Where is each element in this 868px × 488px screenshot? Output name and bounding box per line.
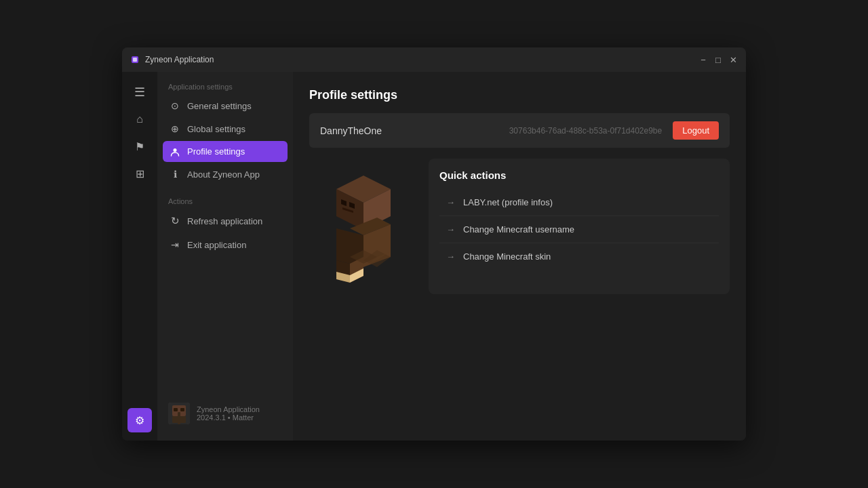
sidebar-section-actions: Actions (163, 197, 288, 205)
sidebar-item-global-label: Global settings (187, 124, 245, 134)
refresh-icon: ↻ (170, 215, 180, 227)
rail-item-flag[interactable]: ⚑ (127, 134, 152, 159)
minimize-button[interactable]: − (698, 55, 708, 64)
action-labynet[interactable]: → LABY.net (profile infos) (439, 189, 719, 216)
action-change-skin-label: Change Minecraft skin (463, 251, 551, 262)
rail-item-menu[interactable]: ☰ (127, 80, 152, 104)
rail-item-home[interactable]: ⌂ (127, 107, 152, 131)
logout-button[interactable]: Logout (673, 121, 719, 140)
rail-item-settings[interactable]: ⚙ (127, 408, 152, 432)
sidebar-app-name: Zyneon Application (197, 405, 260, 413)
app-window: Zyneon Application − □ ✕ ☰ ⌂ ⚑ ⊞ ⚙ Appli… (122, 47, 746, 441)
svg-rect-6 (180, 408, 184, 411)
lower-section: Quick actions → LABY.net (profile infos)… (309, 159, 730, 294)
skin-arrow-icon: → (446, 251, 455, 262)
sidebar-section-settings: Application settings (163, 83, 288, 91)
sidebar-item-profile-label: Profile settings (187, 146, 245, 157)
window-controls: − □ ✕ (698, 55, 738, 64)
svg-point-2 (174, 148, 177, 152)
maximize-button[interactable]: □ (713, 55, 723, 64)
profile-settings-icon (170, 147, 180, 157)
titlebar: Zyneon Application − □ ✕ (122, 47, 746, 72)
sidebar-item-about[interactable]: ℹ About Zyneon App (163, 163, 288, 185)
app-content: ☰ ⌂ ⚑ ⊞ ⚙ Application settings ⊙ General… (122, 72, 746, 441)
sidebar-item-global[interactable]: ⊕ Global settings (163, 118, 288, 140)
sidebar-item-exit-label: Exit application (187, 240, 246, 250)
about-icon: ℹ (170, 169, 180, 180)
sidebar-version: 2024.3.1 • Matter (197, 413, 260, 422)
svg-rect-7 (172, 416, 178, 423)
sidebar-item-refresh-label: Refresh application (187, 216, 262, 226)
rail-item-grid[interactable]: ⊞ (127, 161, 152, 186)
action-change-skin[interactable]: → Change Minecraft skin (439, 243, 719, 270)
profile-username: DannyTheOne (320, 125, 509, 136)
action-change-username-label: Change Minecraft username (463, 224, 574, 235)
labynet-arrow-icon: → (446, 197, 455, 207)
app-logo-icon (130, 55, 140, 64)
action-change-username[interactable]: → Change Minecraft username (439, 216, 719, 243)
minecraft-skin-preview (309, 159, 418, 294)
close-button[interactable]: ✕ (728, 55, 738, 64)
sidebar-item-general[interactable]: ⊙ General settings (163, 95, 288, 117)
username-arrow-icon: → (446, 224, 455, 235)
exit-icon: ⇥ (170, 239, 180, 250)
quick-actions-title: Quick actions (439, 169, 719, 181)
svg-rect-1 (133, 58, 137, 62)
sidebar-version-info: Zyneon Application 2024.3.1 • Matter (197, 405, 260, 422)
svg-rect-5 (174, 408, 178, 411)
sidebar-spacer (163, 257, 288, 397)
titlebar-title: Zyneon Application (145, 55, 698, 64)
general-settings-icon: ⊙ (170, 100, 180, 111)
main-content: Profile settings DannyTheOne 30763b46-76… (293, 72, 746, 441)
svg-rect-8 (180, 416, 186, 423)
sidebar-bottom: Zyneon Application 2024.3.1 • Matter (163, 397, 288, 430)
profile-bar: DannyTheOne 30763b46-76ad-488c-b53a-0f71… (309, 113, 730, 148)
sidebar-item-profile[interactable]: Profile settings (163, 141, 288, 162)
profile-uuid: 30763b46-76ad-488c-b53a-0f71d402e9be (509, 126, 663, 136)
sidebar-item-exit[interactable]: ⇥ Exit application (163, 234, 288, 256)
svg-rect-9 (178, 412, 180, 424)
sidebar-item-about-label: About Zyneon App (187, 169, 260, 180)
avatar (168, 403, 190, 424)
global-settings-icon: ⊕ (170, 123, 180, 134)
icon-rail: ☰ ⌂ ⚑ ⊞ ⚙ (122, 72, 157, 441)
sidebar-item-refresh[interactable]: ↻ Refresh application (163, 209, 288, 232)
quick-actions-panel: Quick actions → LABY.net (profile infos)… (429, 159, 730, 294)
action-labynet-label: LABY.net (profile infos) (463, 197, 553, 207)
sidebar-item-general-label: General settings (187, 101, 252, 111)
sidebar: Application settings ⊙ General settings … (157, 72, 293, 441)
page-title: Profile settings (309, 88, 730, 102)
